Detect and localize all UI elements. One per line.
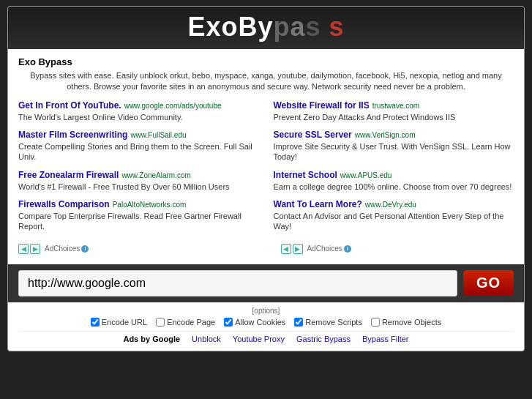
ad-url: www.DeVry.edu [365, 201, 416, 209]
prev-arrow-right[interactable]: ◀ [281, 244, 291, 254]
prev-arrow-left[interactable]: ◀ [18, 244, 29, 254]
ad-link-ssl[interactable]: Secure SSL Server [274, 130, 352, 140]
option-encode-url[interactable]: Encode URL [91, 318, 147, 327]
ad-item: Website Firewall for IIStrustwave.com Pr… [274, 100, 514, 122]
ad-desc: Earn a college degree 100% online. Choos… [274, 182, 514, 192]
remove-scripts-checkbox[interactable] [294, 318, 303, 327]
ad-link-firewall-iis[interactable]: Website Firewall for IIS [274, 100, 370, 111]
site-description: Bypass sites with ease. Easily unblock o… [18, 70, 514, 93]
arrows-adchoices-row: ◀ ▶ AdChoices i ◀ ▶ AdChoices i [18, 244, 514, 254]
logo-a: a [290, 12, 305, 42]
url-bar-section: GO [8, 264, 524, 302]
site-title: Exo Bypass [18, 56, 514, 67]
next-arrow-left[interactable]: ▶ [30, 244, 40, 254]
ad-item: Internet Schoolwww.APUS.edu Earn a colle… [274, 170, 514, 192]
logo: ExoBypas s [8, 14, 524, 40]
ad-desc: Compare Top Enterprise Firewalls. Read F… [18, 211, 259, 232]
options-section: [options] Encode URL Encode Page Allow C… [8, 302, 524, 351]
adchoices-right: AdChoices i [307, 245, 351, 253]
ad-desc: Create Compelling Stories and Bring them… [18, 141, 259, 163]
ad-desc: Contact An Advisor and Get Personal Atte… [274, 211, 514, 232]
ad-link-screenwriting[interactable]: Master Film Screenwriting [18, 130, 127, 140]
ad-link-zonealarm[interactable]: Free Zonealarm Firewall [18, 170, 119, 180]
ad-url: www.google.com/ads/youtube [124, 102, 222, 110]
ad-desc: World's #1 Firewall - Free Trusted By Ov… [18, 182, 259, 192]
ad-desc: Improve Site Security & User Trust. With… [274, 141, 514, 163]
ad-link-learn-more[interactable]: Want To Learn More? [274, 199, 362, 209]
footer-links: Ads by Google Unblock Youtube Proxy Gast… [18, 331, 514, 348]
options-label: [options] [18, 307, 514, 315]
next-arrow-right[interactable]: ▶ [293, 244, 303, 254]
logo-p: p [273, 12, 290, 42]
ad-item: Get In Front Of YouTube.www.google.com/a… [18, 100, 259, 122]
option-remove-scripts[interactable]: Remove Scripts [294, 318, 362, 327]
ad-item: Master Film Screenwritingwww.FullSail.ed… [18, 130, 259, 163]
footer-link-unblock[interactable]: Unblock [192, 335, 221, 343]
ad-url: PaloAltoNetworks.com [113, 201, 187, 209]
ad-url: www.FullSail.edu [130, 131, 186, 139]
option-remove-objects[interactable]: Remove Objects [371, 318, 441, 327]
ad-url: www.VeriSign.com [355, 131, 416, 139]
footer-link-gastric-bypass[interactable]: Gastric Bypass [296, 335, 351, 343]
option-allow-cookies[interactable]: Allow Cookies [224, 318, 285, 327]
ads-grid: Get In Front Of YouTube.www.google.com/a… [18, 100, 514, 239]
ad-link-internet-school[interactable]: Internet School [274, 170, 337, 180]
ad-url: trustwave.com [372, 102, 419, 110]
left-arrows: ◀ ▶ [18, 244, 40, 254]
encode-url-checkbox[interactable] [91, 318, 100, 327]
ad-item: Secure SSL Serverwww.VeriSign.com Improv… [274, 130, 514, 163]
encode-page-checkbox[interactable] [156, 318, 165, 327]
footer-link-ads-by-google[interactable]: Ads by Google [123, 335, 180, 343]
ad-desc: The World's Largest Online Video Communi… [18, 112, 259, 122]
go-button[interactable]: GO [463, 270, 514, 296]
ad-link-youtube[interactable]: Get In Front Of YouTube. [18, 100, 121, 111]
adchoices-icon-right: i [344, 245, 351, 253]
option-encode-page[interactable]: Encode Page [156, 318, 215, 327]
ads-right-column: Website Firewall for IIStrustwave.com Pr… [274, 100, 514, 239]
main-wrapper: ExoBypas s Exo Bypass Bypass sites with … [7, 6, 525, 351]
footer-link-youtube-proxy[interactable]: Youtube Proxy [233, 335, 285, 343]
content-area: Exo Bypass Bypass sites with ease. Easil… [8, 49, 524, 264]
ad-item: Free Zonealarm Firewallwww.ZoneAlarm.com… [18, 170, 259, 192]
options-row: Encode URL Encode Page Allow Cookies Rem… [18, 318, 514, 327]
logo-s1: s [306, 12, 321, 42]
ad-link-firewalls[interactable]: Firewalls Comparison [18, 199, 110, 209]
ad-item: Want To Learn More?www.DeVry.edu Contact… [274, 199, 514, 232]
ad-url: www.ZoneAlarm.com [121, 171, 190, 179]
logo-s2: s [329, 12, 345, 42]
url-input[interactable] [18, 270, 457, 297]
allow-cookies-checkbox[interactable] [224, 318, 233, 327]
logo-exo: Exo [187, 12, 238, 42]
ad-item: Firewalls ComparisonPaloAltoNetworks.com… [18, 199, 259, 232]
footer-link-bypass-filter[interactable]: Bypass Filter [362, 335, 409, 343]
ad-url: www.APUS.edu [340, 171, 392, 179]
header: ExoBypas s [8, 7, 524, 49]
adchoices-icon-left: i [81, 245, 89, 253]
ads-left-column: Get In Front Of YouTube.www.google.com/a… [18, 100, 259, 239]
right-arrows: ◀ ▶ [281, 244, 303, 254]
remove-objects-checkbox[interactable] [371, 318, 380, 327]
adchoices-left: AdChoices i [45, 245, 89, 253]
logo-by: By [238, 12, 273, 42]
ad-desc: Prevent Zero Day Attacks And Protect Win… [274, 112, 514, 122]
